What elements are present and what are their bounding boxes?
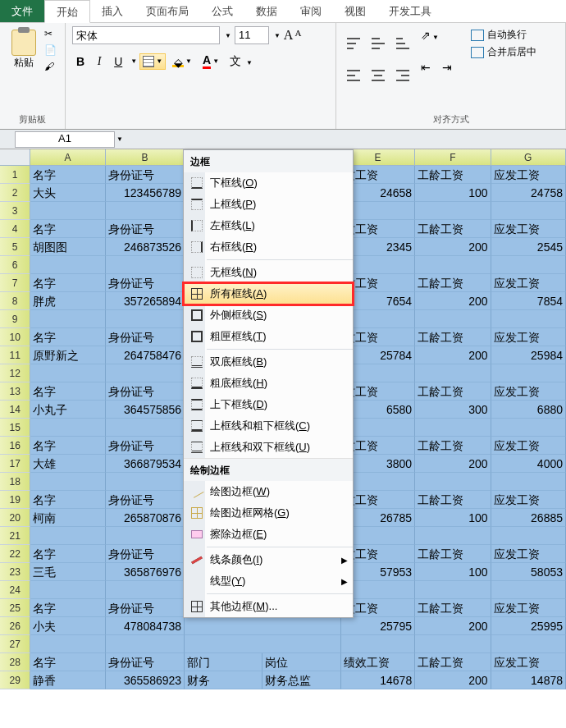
cell[interactable]: 名字 xyxy=(30,274,105,292)
menu-item-out[interactable]: 外侧框线(S) xyxy=(184,304,353,326)
col-header-F[interactable]: F xyxy=(415,149,491,165)
cell[interactable]: 部门 xyxy=(185,653,262,671)
cell[interactable]: 200 xyxy=(415,617,491,635)
tab-data[interactable]: 数据 xyxy=(244,0,289,22)
decrease-indent-icon[interactable]: ⇤ xyxy=(417,58,435,84)
cell[interactable]: 身份证号 xyxy=(106,653,185,671)
row-header[interactable]: 19 xyxy=(0,491,30,509)
menu-item-all[interactable]: 所有框线(A) xyxy=(184,283,353,304)
col-header-A[interactable]: A xyxy=(30,149,105,165)
format-painter-icon[interactable]: 🖌 xyxy=(44,61,57,72)
tab-developer[interactable]: 开发工具 xyxy=(377,0,443,22)
cell[interactable] xyxy=(415,310,491,328)
align-left-icon[interactable] xyxy=(343,58,364,84)
cell[interactable] xyxy=(30,419,105,437)
cell[interactable] xyxy=(491,527,566,545)
cell[interactable] xyxy=(415,256,491,274)
align-center-icon[interactable] xyxy=(367,58,389,84)
cell[interactable]: 财务总监 xyxy=(262,671,340,689)
cell[interactable]: 身份证号 xyxy=(106,545,185,563)
cell[interactable]: 大雄 xyxy=(30,455,105,473)
phonetic-button[interactable]: 文 ▼ xyxy=(226,52,257,71)
row-header[interactable]: 4 xyxy=(0,220,30,238)
menu-item-thkb[interactable]: 粗底框线(H) xyxy=(184,373,353,394)
row-header[interactable]: 10 xyxy=(0,328,30,346)
cell[interactable]: 100 xyxy=(415,184,491,202)
font-name-select[interactable]: 宋体 xyxy=(72,26,220,44)
borders-button[interactable]: ▼ xyxy=(139,53,166,70)
cell[interactable]: 58053 xyxy=(491,563,566,581)
row-header[interactable]: 15 xyxy=(0,419,30,437)
cell[interactable]: 名字 xyxy=(30,653,105,671)
cell[interactable]: 胡图图 xyxy=(30,238,105,256)
cell[interactable] xyxy=(491,635,566,653)
chevron-down-icon[interactable]: ▼ xyxy=(225,32,231,39)
tab-file[interactable]: 文件 xyxy=(0,0,44,22)
cell[interactable]: 工龄工资 xyxy=(415,328,491,346)
row-header[interactable]: 29 xyxy=(0,671,30,689)
menu-item-thick[interactable]: 粗匣框线(T) xyxy=(184,326,353,347)
cell[interactable] xyxy=(106,581,185,599)
col-header-G[interactable]: G xyxy=(491,149,566,165)
align-bottom-icon[interactable] xyxy=(392,26,413,52)
row-header[interactable]: 24 xyxy=(0,581,30,599)
cell[interactable] xyxy=(30,473,105,491)
tab-review[interactable]: 审阅 xyxy=(289,0,333,22)
align-top-icon[interactable] xyxy=(343,26,364,52)
cell[interactable] xyxy=(106,473,185,491)
row-header[interactable]: 2 xyxy=(0,184,30,202)
cell[interactable]: 应发工资 xyxy=(491,328,566,346)
cell[interactable]: 岗位 xyxy=(262,653,340,671)
cell[interactable]: 200 xyxy=(415,455,491,473)
increase-font-icon[interactable]: A xyxy=(284,28,294,43)
cell[interactable]: 应发工资 xyxy=(491,653,566,671)
cell[interactable]: 身份证号 xyxy=(106,491,185,509)
row-header[interactable]: 14 xyxy=(0,401,30,419)
cell[interactable]: 小夫 xyxy=(30,617,105,635)
cell[interactable]: 身份证号 xyxy=(106,599,185,617)
cell[interactable] xyxy=(106,256,185,274)
name-box[interactable]: A1 xyxy=(15,131,115,148)
menu-item-left[interactable]: 左框线(L) xyxy=(184,215,353,236)
cell[interactable]: 名字 xyxy=(30,328,105,346)
cell[interactable]: 200 xyxy=(415,671,491,689)
cell[interactable]: 265870876 xyxy=(106,509,185,527)
cell[interactable]: 应发工资 xyxy=(491,545,566,563)
cell[interactable]: 26885 xyxy=(491,509,566,527)
cell[interactable]: 应发工资 xyxy=(491,491,566,509)
cell[interactable] xyxy=(30,635,105,653)
row-header[interactable]: 27 xyxy=(0,635,30,653)
underline-button[interactable]: U xyxy=(110,53,126,71)
cell[interactable]: 478084738 xyxy=(106,617,185,635)
tab-insert[interactable]: 插入 xyxy=(90,0,135,22)
row-header[interactable]: 23 xyxy=(0,563,30,581)
cell[interactable] xyxy=(30,581,105,599)
menu-item-tthkb[interactable]: 上框线和粗下框线(C) xyxy=(184,415,353,437)
paste-button[interactable]: 粘贴 xyxy=(8,26,39,73)
row-header[interactable]: 17 xyxy=(0,455,30,473)
cell[interactable]: 身份证号 xyxy=(106,220,185,238)
align-right-icon[interactable] xyxy=(392,58,413,84)
cell[interactable]: 工龄工资 xyxy=(415,382,491,401)
cell[interactable] xyxy=(341,635,415,653)
cell[interactable]: 264758476 xyxy=(106,346,185,364)
cell[interactable] xyxy=(491,202,566,220)
cell[interactable] xyxy=(491,419,566,437)
cell[interactable]: 应发工资 xyxy=(491,599,566,617)
cell[interactable]: 123456789 xyxy=(106,184,185,202)
font-color-button[interactable]: A ▼ xyxy=(199,51,223,71)
cell[interactable] xyxy=(491,473,566,491)
cell[interactable]: 365876976 xyxy=(106,563,185,581)
cell[interactable] xyxy=(106,419,185,437)
menu-item-linetype[interactable]: 线型(Y)▶ xyxy=(184,570,353,592)
cell[interactable] xyxy=(30,364,105,382)
menu-item-tdblb[interactable]: 上框线和双下框线(U) xyxy=(184,437,353,458)
cell[interactable]: 身份证号 xyxy=(106,328,185,346)
cell[interactable]: 身份证号 xyxy=(106,437,185,455)
align-middle-icon[interactable] xyxy=(367,26,389,52)
menu-item-top[interactable]: 上框线(P) xyxy=(184,194,353,215)
tab-formulas[interactable]: 公式 xyxy=(200,0,244,22)
cell[interactable]: 4000 xyxy=(491,455,566,473)
row-header[interactable]: 9 xyxy=(0,310,30,328)
cell[interactable] xyxy=(30,310,105,328)
